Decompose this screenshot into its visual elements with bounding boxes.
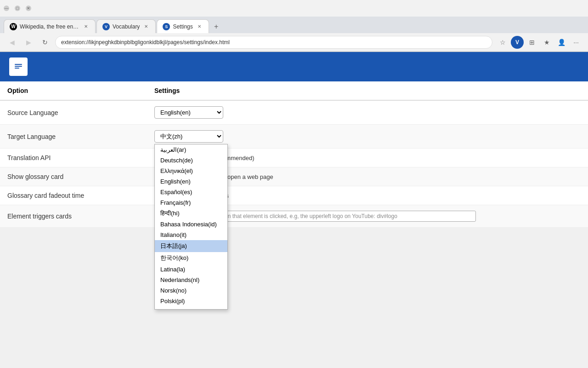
element-triggers-label: Element triggers cards xyxy=(0,205,147,228)
element-triggers-row: Element triggers cards xyxy=(0,205,588,228)
dropdown-option-no[interactable]: Norsk(no) xyxy=(155,285,227,296)
profile-icon[interactable]: 👤 xyxy=(555,36,568,49)
wikipedia-favicon: W xyxy=(10,23,17,30)
show-glossary-row: Show glossary card ossary card every tim… xyxy=(0,167,588,186)
app-header xyxy=(0,52,588,81)
dropdown-option-id[interactable]: Bahasa Indonesia(id) xyxy=(155,219,227,230)
close-button[interactable]: ✕ xyxy=(26,6,31,11)
dropdown-option-ar[interactable]: العربية(ar) xyxy=(155,144,227,155)
translation-api-row: Translation API d Translation API (Not r… xyxy=(0,149,588,167)
browser-chrome: — □ ✕ W Wikipedia, the free encyclopedia… xyxy=(0,0,588,52)
dropdown-option-el[interactable]: Ελληνικά(el) xyxy=(155,166,227,176)
glossary-fadeout-row: Glossary card fadeout time e that glossa… xyxy=(0,186,588,205)
source-language-label: Source Language xyxy=(0,100,147,125)
tab-vocabulary[interactable]: V Vocabulary ✕ xyxy=(96,19,156,33)
settings-table: Option Settings Source Language English(… xyxy=(0,81,588,228)
target-language-dropdown-list[interactable]: العربية(ar)Deutsch(de)Ελληνικά(el)Englis… xyxy=(154,144,228,310)
extension-icon[interactable]: V xyxy=(511,36,524,49)
svg-rect-1 xyxy=(15,64,22,65)
dropdown-option-la[interactable]: Latina(la) xyxy=(155,264,227,275)
show-glossary-label: Show glossary card xyxy=(0,167,147,186)
svg-rect-3 xyxy=(15,68,19,69)
target-language-cell: 中文(zh) العربية(ar)Deutsch(de)Ελληνικά(el… xyxy=(147,125,588,149)
svg-rect-2 xyxy=(15,66,22,67)
dropdown-option-pt[interactable]: Português(pt) xyxy=(155,306,227,310)
target-language-dropdown-wrapper: 中文(zh) العربية(ar)Deutsch(de)Ελληνικά(el… xyxy=(154,130,223,143)
tab-wikipedia[interactable]: W Wikipedia, the free encyclopedia ✕ xyxy=(4,19,96,33)
dropdown-option-ko[interactable]: 한국어(ko) xyxy=(155,252,227,264)
forward-button[interactable]: ▶ xyxy=(22,36,35,49)
dropdown-option-en[interactable]: English(en) xyxy=(155,176,227,187)
dropdown-option-hi[interactable]: हिन्दी(hi) xyxy=(155,208,227,219)
dropdown-option-ja[interactable]: 日本語(ja) xyxy=(155,240,227,252)
settings-column-header: Settings xyxy=(147,81,588,100)
dropdown-option-de[interactable]: Deutsch(de) xyxy=(155,155,227,166)
tab-settings[interactable]: S Settings ✕ xyxy=(157,19,209,33)
tab-settings-label: Settings xyxy=(173,23,192,30)
dropdown-option-fr[interactable]: Français(fr) xyxy=(155,197,227,208)
address-bar: ◀ ▶ ↻ ☆ V ⊞ ★ 👤 ··· xyxy=(0,33,588,52)
collections-icon[interactable]: ⊞ xyxy=(526,36,538,49)
dropdown-option-it[interactable]: Italiano(it) xyxy=(155,230,227,240)
target-language-row: Target Language 中文(zh) العربية(ar)Deutsc… xyxy=(0,125,588,149)
toolbar-icons: ☆ V ⊞ ★ 👤 ··· xyxy=(496,36,582,49)
menu-icon[interactable]: ··· xyxy=(570,36,582,49)
logo-icon xyxy=(12,60,25,73)
glossary-fadeout-label: Glossary card fadeout time xyxy=(0,186,147,205)
source-language-select[interactable]: English(en) xyxy=(154,106,223,119)
reload-button[interactable]: ↻ xyxy=(39,36,51,49)
new-tab-button[interactable]: + xyxy=(210,20,223,33)
maximize-button[interactable]: □ xyxy=(15,6,20,11)
tab-settings-close[interactable]: ✕ xyxy=(196,23,203,30)
source-language-row: Source Language English(en) xyxy=(0,100,588,125)
settings-favicon: S xyxy=(163,23,170,30)
dropdown-option-pl[interactable]: Polski(pl) xyxy=(155,296,227,306)
title-bar: — □ ✕ xyxy=(0,0,588,17)
target-language-label: Target Language xyxy=(0,125,147,149)
minimize-button[interactable]: — xyxy=(4,6,9,11)
translation-api-label: Translation API xyxy=(0,149,147,167)
target-language-select[interactable]: 中文(zh) xyxy=(154,130,223,143)
settings-container: Option Settings Source Language English(… xyxy=(0,81,588,228)
dropdown-option-es[interactable]: Español(es) xyxy=(155,187,227,197)
vocabulary-favicon: V xyxy=(102,23,110,30)
back-button[interactable]: ◀ xyxy=(6,36,18,49)
tab-wikipedia-close[interactable]: ✕ xyxy=(82,23,90,30)
tab-wikipedia-label: Wikipedia, the free encyclopedia xyxy=(20,23,79,30)
favorites-icon[interactable]: ★ xyxy=(540,36,553,49)
dropdown-option-nl[interactable]: Nederlands(nl) xyxy=(155,275,227,285)
window-controls: — □ ✕ xyxy=(4,6,31,11)
option-column-header: Option xyxy=(0,81,147,100)
source-language-cell: English(en) xyxy=(147,100,588,125)
tabs-bar: W Wikipedia, the free encyclopedia ✕ V V… xyxy=(0,17,588,33)
tab-vocabulary-close[interactable]: ✕ xyxy=(142,23,150,30)
address-input[interactable] xyxy=(55,36,492,49)
tab-vocabulary-label: Vocabulary xyxy=(113,23,140,30)
bookmark-star-icon[interactable]: ☆ xyxy=(496,36,509,49)
app-logo xyxy=(9,58,28,76)
